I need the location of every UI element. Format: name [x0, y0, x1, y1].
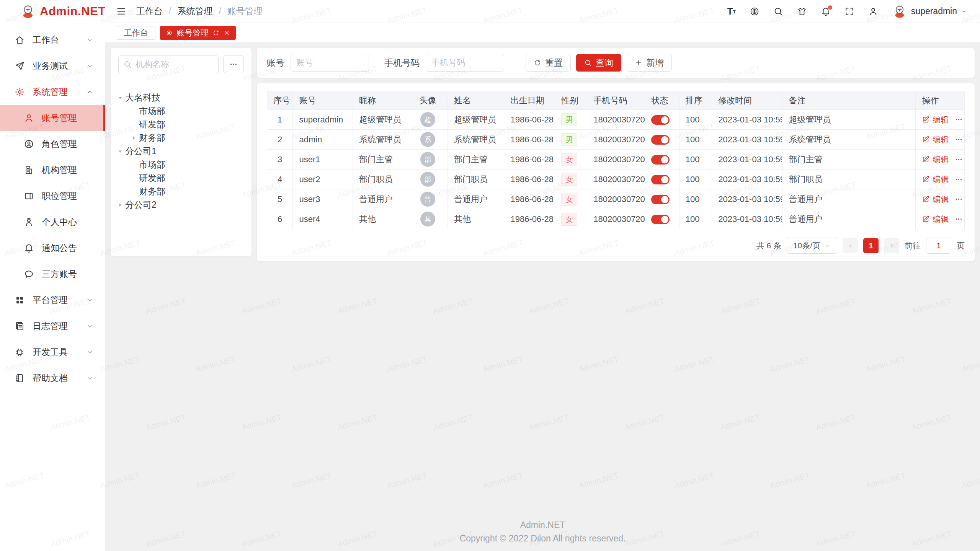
status-toggle[interactable]: [651, 195, 670, 204]
caret-down-icon[interactable]: [115, 148, 125, 155]
sidebar-item-org-management[interactable]: 机构管理: [0, 157, 105, 183]
account-label: 账号: [267, 57, 284, 69]
user-icon[interactable]: [868, 7, 878, 16]
next-page-button[interactable]: [884, 238, 899, 253]
fullscreen-icon[interactable]: [844, 7, 854, 16]
status-toggle[interactable]: [651, 135, 670, 145]
sidebar-item-workbench[interactable]: 工作台: [0, 27, 105, 53]
status-toggle[interactable]: [651, 155, 670, 165]
breadcrumb-item[interactable]: 系统管理: [177, 5, 212, 17]
search-button-label: 查询: [596, 57, 613, 69]
caret-right-icon[interactable]: [129, 134, 139, 142]
tree-node[interactable]: 财务部: [115, 185, 248, 198]
cell-actions: 编辑: [916, 150, 965, 170]
edit-button-label: 编辑: [933, 174, 949, 185]
tree-node[interactable]: 研发部: [115, 118, 248, 131]
user-menu[interactable]: superadmin: [892, 4, 967, 19]
page-number-active[interactable]: 1: [863, 238, 879, 253]
gear-icon: [15, 87, 25, 97]
menu-fold-icon[interactable]: [116, 6, 126, 16]
tree-node[interactable]: 市场部: [115, 104, 248, 118]
sidebar-item-role-management[interactable]: 角色管理: [0, 131, 105, 157]
reset-button[interactable]: 重置: [526, 54, 571, 72]
goto-page-input[interactable]: [926, 238, 951, 254]
breadcrumb-item-current: 账号管理: [227, 5, 263, 17]
tree-node-label: 大名科技: [125, 92, 160, 104]
edit-button-label: 编辑: [933, 154, 949, 165]
cell-account: user3: [293, 189, 353, 209]
row-more-button[interactable]: [955, 175, 963, 183]
edit-button[interactable]: 编辑: [922, 134, 949, 145]
edit-button[interactable]: 编辑: [922, 154, 949, 165]
prev-page-button[interactable]: [843, 238, 858, 253]
sidebar-item-thirdparty-account[interactable]: 三方账号: [0, 261, 105, 287]
goto-label: 前往: [905, 240, 921, 251]
tree-node[interactable]: 分公司2: [115, 198, 248, 212]
row-more-button[interactable]: [955, 135, 963, 143]
tab-account-management[interactable]: 账号管理: [160, 26, 236, 40]
breadcrumb-item[interactable]: 工作台: [136, 5, 163, 17]
notification-bell[interactable]: [821, 7, 831, 16]
tree-node[interactable]: 研发部: [115, 171, 248, 185]
search-icon[interactable]: [773, 7, 783, 16]
phone-input[interactable]: [426, 54, 504, 72]
cell-birthdate: 1986-06-28: [504, 150, 555, 170]
caret-right-icon[interactable]: [115, 201, 125, 209]
refresh-icon[interactable]: [212, 29, 219, 36]
col-index: 序号: [267, 92, 293, 110]
status-toggle[interactable]: [651, 115, 670, 125]
tab-workbench[interactable]: 工作台: [117, 26, 155, 40]
sidebar-item-dev-tools[interactable]: 开发工具: [0, 339, 105, 365]
sidebar-item-help-docs[interactable]: 帮助文档: [0, 365, 105, 391]
logo[interactable]: Admin.NET: [0, 0, 105, 23]
account-input[interactable]: [291, 54, 369, 72]
tree-node[interactable]: 财务部: [115, 131, 248, 145]
edit-button[interactable]: 编辑: [922, 174, 949, 185]
org-search-input[interactable]: [118, 55, 219, 73]
close-icon[interactable]: [223, 29, 230, 36]
sidebar-item-notice[interactable]: 通知公告: [0, 235, 105, 261]
sidebar-item-log-management[interactable]: 日志管理: [0, 313, 105, 339]
add-button[interactable]: 新增: [627, 54, 672, 72]
cell-avatar: 普: [408, 189, 448, 209]
col-account: 账号: [293, 92, 353, 110]
row-more-button[interactable]: [955, 116, 963, 124]
sidebar-item-account-management[interactable]: 账号管理: [0, 105, 105, 131]
cell-index: 6: [267, 209, 293, 229]
edit-button[interactable]: 编辑: [922, 194, 949, 205]
row-more-button[interactable]: [955, 215, 963, 223]
theme-icon[interactable]: [797, 7, 807, 16]
cell-account: admin: [293, 130, 353, 150]
sidebar-item-business-test[interactable]: 业务测试: [0, 53, 105, 79]
cell-birthdate: 1986-06-28: [504, 170, 555, 189]
tree-node[interactable]: 大名科技: [115, 91, 248, 104]
row-more-button[interactable]: [955, 155, 963, 163]
cell-status: [645, 130, 679, 150]
language-icon[interactable]: [750, 7, 760, 16]
tree-node[interactable]: 市场部: [115, 158, 248, 171]
edit-button[interactable]: 编辑: [922, 214, 949, 225]
cell-nickname: 普通用户: [353, 189, 408, 209]
tree-node[interactable]: 分公司1: [115, 145, 248, 158]
col-birthdate: 出生日期: [504, 92, 555, 110]
caret-down-icon[interactable]: [115, 94, 125, 102]
sidebar-item-system-management[interactable]: 系统管理: [0, 79, 105, 105]
sidebar-item-platform-management[interactable]: 平台管理: [0, 287, 105, 313]
cell-remark: 系统管理员: [782, 130, 916, 150]
sidebar-item-personal-center[interactable]: 个人中心: [0, 209, 105, 235]
font-size-icon[interactable]: Tт: [727, 7, 736, 16]
tree-node-label: 市场部: [139, 159, 165, 171]
cell-phone: 18020030720: [587, 189, 645, 209]
col-actions: 操作: [916, 92, 965, 110]
search-button[interactable]: 查询: [576, 54, 621, 72]
page-size-select[interactable]: 10条/页: [787, 238, 837, 254]
breadcrumb-separator: /: [219, 6, 221, 16]
status-toggle[interactable]: [651, 175, 670, 184]
role-icon: [24, 139, 34, 149]
edit-button[interactable]: 编辑: [922, 114, 949, 125]
row-more-button[interactable]: [955, 195, 963, 203]
edit-button-label: 编辑: [933, 134, 949, 145]
sidebar-item-position-management[interactable]: 职位管理: [0, 183, 105, 209]
tree-more-button[interactable]: [223, 55, 244, 73]
status-toggle[interactable]: [651, 215, 670, 224]
